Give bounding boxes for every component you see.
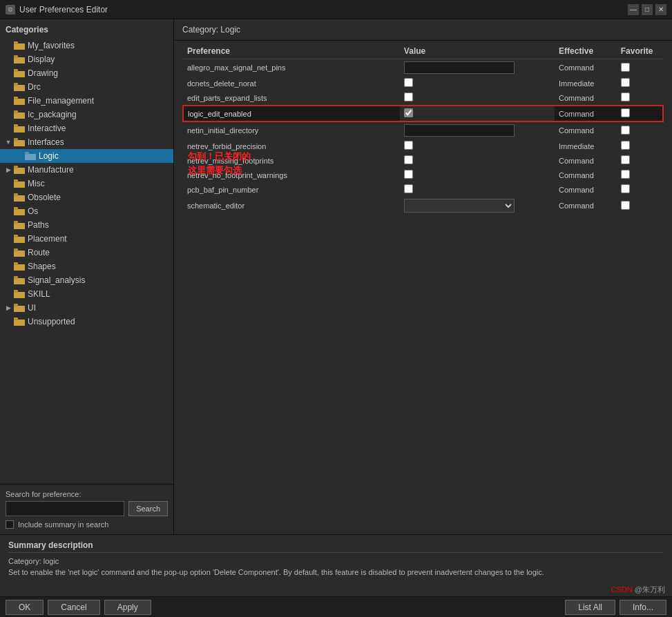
pref-favorite-logic_edit_enabled[interactable] <box>621 108 630 117</box>
pref-favorite-netin_initial_directory[interactable] <box>621 126 630 135</box>
sidebar-item-signal_analysis[interactable]: Signal_analysis <box>0 273 173 287</box>
sidebar-item-display[interactable]: Display <box>0 52 173 66</box>
pref-favorite-cell[interactable] <box>617 153 663 168</box>
ok-button[interactable]: OK <box>6 600 44 615</box>
pref-value-cell[interactable] <box>400 121 555 139</box>
sidebar-item-os[interactable]: Os <box>0 204 173 218</box>
expand-icon-shapes[interactable] <box>3 261 14 272</box>
expand-icon-interfaces[interactable]: ▼ <box>3 137 14 148</box>
expand-icon-display[interactable] <box>3 54 14 65</box>
pref-checkbox-pcb_baf_pin_number[interactable] <box>404 184 413 193</box>
expand-icon-ic_packaging[interactable] <box>3 109 14 120</box>
expand-icon-signal_analysis[interactable] <box>3 275 14 286</box>
pref-value-cell[interactable] <box>400 139 555 153</box>
pref-input-netin_initial_directory[interactable] <box>404 124 515 137</box>
list-all-button[interactable]: List All <box>565 600 615 615</box>
pref-favorite-cell[interactable] <box>617 168 663 182</box>
pref-favorite-netrev_no_footprint_warnings[interactable] <box>621 170 630 179</box>
pref-favorite-cell[interactable] <box>617 76 663 90</box>
pref-favorite-edit_parts_expand_lists[interactable] <box>621 92 630 101</box>
pref-checkbox-netrev_no_footprint_warnings[interactable] <box>404 170 413 179</box>
pref-value-cell[interactable] <box>400 90 555 106</box>
pref-checkbox-netrev_missing_footprints[interactable] <box>404 155 413 164</box>
expand-icon-manufacture[interactable]: ▶ <box>3 164 14 175</box>
expand-icon-obsolete[interactable] <box>3 192 14 203</box>
sidebar-item-shapes[interactable]: Shapes <box>0 259 173 273</box>
table-row: netin_initial_directoryCommand <box>183 121 663 139</box>
pref-checkbox-logic_edit_enabled[interactable] <box>404 108 413 117</box>
sidebar-item-drc[interactable]: Drc <box>0 80 173 94</box>
pref-dropdown-schematic_editor[interactable] <box>404 199 515 213</box>
pref-value-cell[interactable] <box>400 168 555 182</box>
sidebar-item-placement[interactable]: Placement <box>0 232 173 246</box>
tree-container[interactable]: My_favorites Display Drawing Drc File_ma… <box>0 37 173 484</box>
cancel-button[interactable]: Cancel <box>48 600 99 615</box>
svg-rect-8 <box>14 99 25 105</box>
search-input[interactable] <box>6 501 124 516</box>
pref-favorite-cell[interactable] <box>617 90 663 106</box>
pref-favorite-allegro_max_signal_net_pins[interactable] <box>621 63 630 72</box>
pref-value-cell[interactable] <box>400 182 555 197</box>
sidebar-item-unsupported[interactable]: Unsupported <box>0 315 173 329</box>
sidebar-item-label-drc: Drc <box>28 82 41 92</box>
pref-value-cell[interactable] <box>400 153 555 168</box>
pref-favorite-netrev_forbid_precision[interactable] <box>621 141 630 150</box>
sidebar-item-paths[interactable]: Paths <box>0 218 173 232</box>
sidebar-item-interactive[interactable]: Interactive <box>0 121 173 135</box>
expand-icon-paths[interactable] <box>3 219 14 231</box>
pref-favorite-cell[interactable] <box>617 197 663 215</box>
pref-checkbox-edit_parts_expand_lists[interactable] <box>404 92 413 101</box>
pref-value-cell[interactable] <box>400 76 555 90</box>
pref-value-cell[interactable] <box>400 197 555 215</box>
sidebar-item-ic_packaging[interactable]: Ic_packaging <box>0 108 173 121</box>
expand-icon-unsupported[interactable] <box>3 316 14 327</box>
maximize-button[interactable]: □ <box>642 4 653 15</box>
expand-icon-misc[interactable] <box>3 178 14 189</box>
svg-rect-6 <box>14 85 25 91</box>
expand-icon-ui[interactable]: ▶ <box>3 302 14 313</box>
pref-favorite-dcnets_delete_norat[interactable] <box>621 78 630 87</box>
pref-favorite-pcb_baf_pin_number[interactable] <box>621 184 630 193</box>
info-button[interactable]: Info... <box>620 600 666 615</box>
sidebar-item-manufacture[interactable]: ▶ Manufacture <box>0 163 173 177</box>
expand-icon-placement[interactable] <box>3 233 14 244</box>
expand-icon-interactive[interactable] <box>3 123 14 134</box>
sidebar-item-file_management[interactable]: File_management <box>0 94 173 108</box>
sidebar-item-misc[interactable]: Misc <box>0 177 173 190</box>
expand-icon-my_favorites[interactable] <box>3 40 14 51</box>
pref-favorite-schematic_editor[interactable] <box>621 201 630 210</box>
pref-favorite-cell[interactable] <box>617 59 663 77</box>
include-checkbox[interactable] <box>6 520 14 529</box>
expand-icon-skill[interactable] <box>3 288 14 300</box>
sidebar-item-route[interactable]: Route <box>0 246 173 259</box>
apply-button[interactable]: Apply <box>104 600 151 615</box>
pref-input-allegro_max_signal_net_pins[interactable] <box>404 61 515 74</box>
minimize-button[interactable]: — <box>628 4 639 15</box>
expand-icon-drawing[interactable] <box>3 68 14 79</box>
folder-icon-interfaces <box>14 138 25 146</box>
pref-checkbox-netrev_forbid_precision[interactable] <box>404 141 413 150</box>
sidebar-item-my_favorites[interactable]: My_favorites <box>0 39 173 52</box>
expand-icon-os[interactable] <box>3 206 14 217</box>
sidebar-item-interfaces[interactable]: ▼ Interfaces <box>0 135 173 149</box>
pref-favorite-cell[interactable] <box>617 182 663 197</box>
pref-checkbox-dcnets_delete_norat[interactable] <box>404 78 413 87</box>
pref-favorite-cell[interactable] <box>617 106 663 121</box>
close-button[interactable]: ✕ <box>655 4 666 15</box>
pref-value-cell[interactable] <box>400 106 555 121</box>
sidebar-item-ui[interactable]: ▶ UI <box>0 301 173 315</box>
sidebar-item-skill[interactable]: SKILL <box>0 287 173 301</box>
search-button[interactable]: Search <box>128 501 168 516</box>
sidebar-item-drawing[interactable]: Drawing <box>0 66 173 80</box>
pref-favorite-netrev_missing_footprints[interactable] <box>621 155 630 164</box>
pref-favorite-cell[interactable] <box>617 121 663 139</box>
pref-value-cell[interactable] <box>400 59 555 77</box>
expand-icon-drc[interactable] <box>3 81 14 92</box>
pref-favorite-cell[interactable] <box>617 139 663 153</box>
sidebar-item-obsolete[interactable]: Obsolete <box>0 190 173 204</box>
expand-icon-logic[interactable] <box>14 150 25 161</box>
expand-icon-route[interactable] <box>3 247 14 258</box>
sidebar-item-logic[interactable]: Logic <box>0 149 173 163</box>
expand-icon-file_management[interactable] <box>3 95 14 106</box>
folder-icon-ui <box>14 304 25 312</box>
